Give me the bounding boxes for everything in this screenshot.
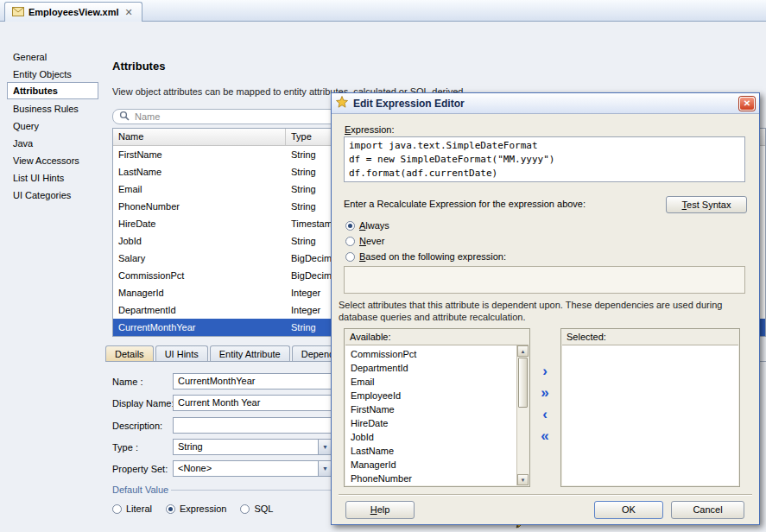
property-set-combobox[interactable]: <None> ▼ <box>173 460 332 477</box>
scrollbar-thumb[interactable] <box>518 358 528 408</box>
tab-details[interactable]: Details <box>105 345 154 362</box>
cell-type: Integer <box>286 305 320 315</box>
description-label: Description: <box>112 421 162 431</box>
list-item[interactable]: EmployeeId <box>345 389 529 402</box>
selected-label: Selected: <box>561 329 739 345</box>
sidebar-item-java[interactable]: Java <box>7 134 98 151</box>
type-combobox[interactable]: String ▼ <box>173 439 332 455</box>
document-tab-bar: EmployeesView.xml ✕ <box>0 0 766 22</box>
move-all-left-icon[interactable]: « <box>535 428 555 446</box>
available-listbox[interactable]: CommissionPct DepartmentId Email Employe… <box>345 345 529 485</box>
recalculate-expression-label: Enter a Recalculate Expression for the e… <box>344 199 586 209</box>
sidebar-item-entity-objects[interactable]: Entity Objects <box>7 65 98 82</box>
radio-based-label: Based on the following expression: <box>359 251 506 262</box>
recalculate-expression-textarea[interactable] <box>344 266 745 294</box>
list-item[interactable]: LastName <box>345 444 529 458</box>
dialog-title-bar[interactable]: Edit Expression Editor ✕ <box>332 93 759 114</box>
cell-name: FirstName <box>113 149 286 160</box>
radio-based-on-expression[interactable]: Based on the following expression: <box>345 251 506 262</box>
cell-type: String <box>286 322 316 332</box>
radio-never-label: Never <box>359 236 384 246</box>
radio-sql-label: SQL <box>254 504 273 514</box>
name-input[interactable]: CurrentMonthYear <box>173 373 332 390</box>
radio-always-label: Always <box>359 220 389 231</box>
expression-code-textarea[interactable]: import java.text.SimpleDateFormat df = n… <box>344 136 745 182</box>
section-divider <box>171 490 331 491</box>
list-item[interactable]: JobId <box>345 430 529 444</box>
move-right-icon[interactable]: › <box>535 363 555 382</box>
move-left-icon[interactable]: ‹ <box>535 406 555 425</box>
chevron-down-icon[interactable]: ▼ <box>318 461 332 476</box>
list-item[interactable]: Email <box>345 375 529 389</box>
cell-name: HireDate <box>113 218 286 229</box>
cell-name: CommissionPct <box>113 270 286 281</box>
tab-close-icon[interactable]: ✕ <box>123 8 135 17</box>
page-title: Attributes <box>112 60 165 73</box>
default-value-section-label: Default Value <box>112 484 168 495</box>
default-value-radio-group: Literal Expression SQL <box>112 504 273 514</box>
search-placeholder: Name <box>135 111 160 122</box>
list-item[interactable]: DepartmentId <box>345 361 529 375</box>
move-all-right-icon[interactable]: » <box>535 384 555 403</box>
edit-expression-editor-dialog: Edit Expression Editor ✕ Expression: imp… <box>331 92 760 525</box>
scroll-down-icon[interactable]: ▼ <box>517 474 529 485</box>
selected-attributes-panel: Selected: <box>560 328 740 487</box>
cell-type: String <box>286 236 316 246</box>
tab-entity-attribute[interactable]: Entity Attribute <box>210 345 290 362</box>
sidebar-item-list-ui-hints[interactable]: List UI Hints <box>7 168 98 186</box>
list-item[interactable]: FirstName <box>345 402 529 416</box>
scrollbar[interactable]: ▲ ▼ <box>516 345 529 485</box>
list-item[interactable]: CommissionPct <box>345 347 529 361</box>
sidebar-item-general[interactable]: General <box>7 48 98 65</box>
sidebar-item-attributes[interactable]: Attributes <box>7 82 98 99</box>
dialog-divider <box>339 494 752 496</box>
cell-name: DepartmentId <box>113 305 286 315</box>
column-header-name[interactable]: Name <box>113 129 286 145</box>
dialog-title: Edit Expression Editor <box>353 98 465 110</box>
sidebar-item-ui-categories[interactable]: UI Categories <box>7 186 98 203</box>
radio-never[interactable]: Never <box>345 236 384 246</box>
column-header-type[interactable]: Type <box>286 129 317 145</box>
cell-type: String <box>286 167 316 177</box>
radio-expression[interactable]: Expression <box>166 504 226 514</box>
selected-listbox[interactable] <box>562 345 738 485</box>
expression-editor-icon <box>336 96 348 111</box>
radio-literal[interactable]: Literal <box>112 504 152 514</box>
shuttle-controls: › » ‹ « <box>534 363 556 446</box>
scroll-up-icon[interactable]: ▲ <box>517 345 529 357</box>
sidebar-item-query[interactable]: Query <box>7 117 98 134</box>
cell-name: ManagerId <box>113 288 286 298</box>
chevron-down-icon[interactable]: ▼ <box>318 440 332 454</box>
list-item[interactable]: ManagerId <box>345 458 529 472</box>
list-item[interactable]: PhoneNumber <box>345 472 529 485</box>
list-item[interactable]: HireDate <box>345 416 529 430</box>
document-tab-label: EmployeesView.xml <box>28 7 119 17</box>
description-input[interactable] <box>173 417 332 434</box>
tab-ui-hints[interactable]: UI Hints <box>155 345 208 362</box>
document-tab[interactable]: EmployeesView.xml ✕ <box>4 2 142 22</box>
property-set-value: <None> <box>178 463 212 473</box>
dependency-note: Select attributes that this attribute is… <box>339 299 751 323</box>
cell-type: String <box>286 201 316 212</box>
radio-sql[interactable]: SQL <box>240 504 273 514</box>
type-value: String <box>178 441 203 452</box>
dialog-close-icon[interactable]: ✕ <box>739 97 755 111</box>
sidebar-item-view-accessors[interactable]: View Accessors <box>7 151 98 168</box>
cell-name: PhoneNumber <box>113 201 286 212</box>
display-name-input[interactable]: Current Month Year <box>173 395 332 411</box>
cell-name: Salary <box>113 253 286 263</box>
ok-button[interactable]: OK <box>594 501 663 519</box>
help-button[interactable]: Help <box>345 501 415 519</box>
test-syntax-button[interactable]: Test Syntax <box>666 196 747 213</box>
radio-always[interactable]: Always <box>345 220 389 231</box>
radio-checked-icon <box>166 504 175 514</box>
cell-type: Integer <box>286 288 320 298</box>
name-label: Name : <box>112 377 142 387</box>
cancel-button[interactable]: Cancel <box>671 501 744 519</box>
cell-type: String <box>286 149 316 160</box>
cell-name: CurrentMonthYear <box>113 322 286 332</box>
display-name-label: Display Name: <box>112 398 174 408</box>
available-label: Available: <box>345 329 529 345</box>
cell-type: Timestamp <box>286 218 338 229</box>
sidebar-item-business-rules[interactable]: Business Rules <box>7 99 98 117</box>
